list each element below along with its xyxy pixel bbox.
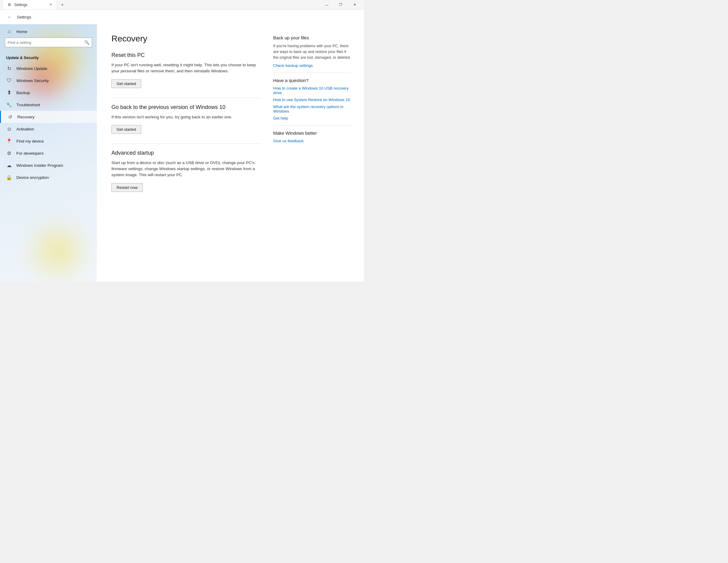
reset-pc-get-started-button[interactable]: Get started bbox=[111, 79, 141, 88]
usb-recovery-drive-link[interactable]: How to create a Windows 10 USB recovery … bbox=[273, 86, 352, 95]
backup-files-title: Back up your files bbox=[273, 35, 352, 40]
settings-tab[interactable]: ⚙ Settings ✕ bbox=[2, 0, 57, 9]
advanced-startup-title: Advanced startup bbox=[111, 150, 261, 156]
system-restore-link[interactable]: How to use System Restore on Windows 10 bbox=[273, 98, 352, 102]
sidebar-item-windows-insider[interactable]: ☁ Windows Insider Program bbox=[0, 159, 97, 171]
device-encryption-label: Device encryption bbox=[16, 175, 49, 180]
backup-label: Backup bbox=[16, 91, 30, 95]
reset-pc-description: If your PC isn't running well, resetting… bbox=[111, 62, 261, 75]
bg-blob-yellow2 bbox=[36, 230, 79, 273]
find-my-device-icon: 📍 bbox=[6, 138, 12, 144]
main-area: ⌂ Home 🔍 Update & Security ↻ Windows Upd… bbox=[0, 24, 364, 282]
recovery-icon: ↺ bbox=[7, 114, 13, 120]
recovery-options-link[interactable]: What are the system recovery options in … bbox=[273, 104, 352, 114]
activation-label: Activation bbox=[16, 127, 34, 131]
sidebar-item-activation[interactable]: ⊙ Activation bbox=[0, 123, 97, 135]
right-panel: Back up your files If you're having prob… bbox=[273, 34, 352, 272]
for-developers-label: For developers bbox=[16, 151, 44, 156]
go-back-description: If this version isn't working for you, t… bbox=[111, 114, 261, 120]
tab-area: ⚙ Settings ✕ + bbox=[2, 0, 320, 9]
device-encryption-icon: 🔒 bbox=[6, 174, 12, 181]
sidebar-content: ⌂ Home 🔍 Update & Security ↻ Windows Upd… bbox=[0, 24, 97, 188]
content-area: Recovery Reset this PC If your PC isn't … bbox=[97, 24, 364, 282]
divider-1 bbox=[111, 98, 261, 98]
backup-files-desc: If you're having problems with your PC, … bbox=[273, 43, 352, 60]
back-button[interactable]: ← bbox=[5, 12, 15, 22]
search-box[interactable]: 🔍 bbox=[5, 38, 92, 47]
sidebar-item-device-encryption[interactable]: 🔒 Device encryption bbox=[0, 171, 97, 184]
sidebar: ⌂ Home 🔍 Update & Security ↻ Windows Upd… bbox=[0, 24, 97, 282]
have-a-question-title: Have a question? bbox=[273, 78, 352, 83]
sidebar-item-home[interactable]: ⌂ Home bbox=[0, 24, 97, 38]
sidebar-item-windows-security[interactable]: 🛡 Windows Security bbox=[0, 75, 97, 87]
sidebar-item-recovery[interactable]: ↺ Recovery bbox=[0, 111, 97, 123]
right-section-backup: Back up your files If you're having prob… bbox=[273, 35, 352, 68]
sidebar-section-label: Update & Security bbox=[0, 51, 97, 62]
close-button[interactable]: ✕ bbox=[348, 0, 362, 10]
troubleshoot-icon: 🔧 bbox=[6, 102, 12, 108]
window-controls: — ❐ ✕ bbox=[320, 0, 362, 10]
maximize-button[interactable]: ❐ bbox=[334, 0, 348, 10]
settings-tab-label: Settings bbox=[14, 3, 48, 7]
advanced-startup-description: Start up from a device or disc (such as … bbox=[111, 160, 261, 178]
minimize-button[interactable]: — bbox=[320, 0, 334, 10]
reset-pc-title: Reset this PC bbox=[111, 52, 261, 58]
windows-update-label: Windows Update bbox=[16, 66, 47, 71]
windows-update-icon: ↻ bbox=[6, 65, 12, 71]
new-tab-button[interactable]: + bbox=[58, 1, 67, 9]
windows-security-icon: 🛡 bbox=[6, 78, 12, 84]
troubleshoot-label: Troubleshoot bbox=[16, 103, 40, 107]
windows-insider-label: Windows Insider Program bbox=[16, 163, 63, 168]
search-icon[interactable]: 🔍 bbox=[84, 40, 89, 45]
restart-now-button[interactable]: Restart now bbox=[111, 183, 143, 192]
right-section-feedback: Make Windows better Give us feedback bbox=[273, 131, 352, 143]
recovery-label: Recovery bbox=[17, 115, 35, 119]
tab-close-button[interactable]: ✕ bbox=[48, 2, 53, 7]
windows-insider-icon: ☁ bbox=[6, 162, 12, 168]
right-divider-1 bbox=[273, 73, 352, 73]
sidebar-item-troubleshoot[interactable]: 🔧 Troubleshoot bbox=[0, 99, 97, 111]
app: ← Settings ⌂ Home 🔍 bbox=[0, 10, 364, 282]
make-windows-better-title: Make Windows better bbox=[273, 131, 352, 136]
check-backup-settings-link[interactable]: Check backup settings bbox=[273, 63, 352, 68]
sidebar-item-windows-update[interactable]: ↻ Windows Update bbox=[0, 62, 97, 75]
give-feedback-link[interactable]: Give us feedback bbox=[273, 139, 352, 143]
content-main: Recovery Reset this PC If your PC isn't … bbox=[111, 34, 261, 272]
title-bar: ⚙ Settings ✕ + — ❐ ✕ bbox=[0, 0, 364, 10]
for-developers-icon: ⚙ bbox=[6, 150, 12, 156]
nav-title: Settings bbox=[17, 15, 31, 19]
settings-tab-icon: ⚙ bbox=[6, 2, 12, 8]
backup-icon: ⬆ bbox=[6, 90, 12, 96]
get-help-link[interactable]: Get help bbox=[273, 116, 352, 121]
sidebar-item-find-my-device[interactable]: 📍 Find my device bbox=[0, 135, 97, 147]
go-back-title: Go back to the previous version of Windo… bbox=[111, 104, 261, 111]
activation-icon: ⊙ bbox=[6, 126, 12, 132]
home-icon: ⌂ bbox=[6, 28, 12, 35]
find-my-device-label: Find my device bbox=[16, 139, 44, 144]
search-input[interactable] bbox=[8, 40, 84, 45]
divider-2 bbox=[111, 144, 261, 144]
sidebar-item-backup[interactable]: ⬆ Backup bbox=[0, 87, 97, 99]
page-title: Recovery bbox=[111, 34, 261, 44]
windows-security-label: Windows Security bbox=[16, 78, 49, 83]
home-label: Home bbox=[16, 29, 27, 34]
right-section-question: Have a question? How to create a Windows… bbox=[273, 78, 352, 121]
sidebar-item-for-developers[interactable]: ⚙ For developers bbox=[0, 147, 97, 159]
nav-bar: ← Settings bbox=[0, 10, 364, 24]
right-divider-2 bbox=[273, 125, 352, 126]
go-back-get-started-button[interactable]: Get started bbox=[111, 125, 141, 134]
